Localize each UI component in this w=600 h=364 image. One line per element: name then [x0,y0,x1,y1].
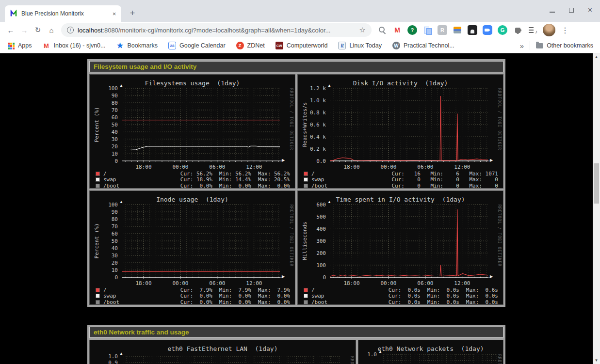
maximize-button[interactable] [569,8,574,13]
graph-plot-area [122,205,285,281]
reload-button[interactable]: ↻ [31,23,45,37]
bookmark-item[interactable]: MInbox (16) - sjvn0... [43,42,106,49]
legend-min: Min: 7.9% [212,287,251,293]
y-tick-label: 10 [90,267,118,273]
y-tick-label: 10 [90,151,118,157]
y-axis-arrow-icon: ▲ [119,351,123,356]
url-text: localhost:8080/monitorix-cgi/monitorix.c… [78,27,356,34]
wordpress-icon: W [392,42,400,49]
minimize-button[interactable] [550,12,555,13]
window-close-button[interactable]: × [588,7,592,14]
back-button[interactable]: ← [4,23,17,37]
dark-app-extension-icon[interactable] [468,25,477,35]
playlist-extension-icon[interactable]: ♪ [528,25,537,35]
bookmarks-bar-items: AppsMInbox (16) - sjvn0...★Bookmarks28Go… [7,42,454,49]
folder-icon [536,43,543,48]
legend-swatch [304,300,308,304]
home-button[interactable]: ⌂ [45,23,58,37]
y-tick-label: 0.2 k [298,146,326,152]
address-bar[interactable]: i localhost:8080/monitorix-cgi/monitorix… [61,23,372,37]
bookmark-item[interactable]: ★Bookmarks [116,42,158,49]
profile-avatar[interactable] [543,24,555,36]
bookmark-label: Apps [18,42,32,49]
legend-swatch [304,172,308,176]
gmail-extension-icon[interactable]: M [392,25,402,35]
legend-row: /Cur: 56.2%Min: 56.2%Max: 56.2% [96,171,290,177]
series-line [122,146,280,150]
legend-min: Min: 14.4% [212,176,251,183]
bookmark-item[interactable]: ltLinux Today [338,42,382,49]
rrdtool-watermark: RRDTOOL / TOBI OETIKER [350,356,354,364]
y-tick-label: 60 [90,114,118,121]
graph-row-1: Filesystems usage (1day)Percent (%)10090… [89,74,503,189]
y-tick-label: 0 [90,158,118,164]
eth0-packets-graph[interactable]: eth0 Network packets (1day)s/s1.0▲▶RRDTO… [358,340,503,364]
books-extension-icon[interactable] [454,27,461,33]
bookmarks-bar: AppsMInbox (16) - sjvn0...★Bookmarks28Go… [0,38,600,53]
tab-close-icon[interactable]: × [110,10,118,18]
legend-name: swap [103,293,174,299]
y-tick-label: 90 [90,209,118,215]
zoom-extension-icon[interactable] [483,25,492,35]
x-axis-arrow-icon: ▶ [490,274,493,279]
legend-cur: Cur: 0.0s [382,293,421,299]
browser-menu-icon[interactable]: ⋮ [561,26,569,35]
y-tick-label: 20 [90,260,118,266]
disk-io-activity-graph[interactable]: Disk I/O activity (1day)Reads+Writes/s1.… [297,74,503,189]
legend-max: Max: 0.0% [251,183,290,189]
bookmarks-overflow-icon[interactable]: » [520,42,524,50]
bookmark-item[interactable]: WPractical Technol... [392,42,454,49]
forward-button[interactable]: → [17,23,31,37]
scroll-up-icon[interactable]: ▲ [593,53,600,61]
hangouts-extension-icon[interactable]: ? [407,25,417,35]
graph-plot-area [122,88,285,165]
bookmark-item[interactable]: ZZDNet [236,42,265,49]
filesystems-usage-graph[interactable]: Filesystems usage (1day)Percent (%)10090… [89,74,295,189]
filesystem-section: Filesystem usage and I/O activity Filesy… [87,59,505,307]
copy-pages-extension-icon[interactable] [422,25,432,35]
legend-min: Min: 0.0% [212,299,251,305]
legend-min: Min: 0.0% [212,293,251,299]
legend-row: /Cur: 0.0sMin: 0.0sMax: 0.6s [304,287,498,293]
y-axis-arrow-icon: ▲ [327,83,331,88]
legend-name: / [103,287,174,293]
y-tick-label: 50 [90,122,118,128]
y-axis-arrow-icon: ▲ [378,349,382,354]
music-note-glyph: ♪ [535,29,537,34]
bookmark-label: Computerworld [287,42,328,49]
legend-cur: Cur: 0.0s [382,287,421,293]
zdnet-icon: Z [236,42,244,49]
y-tick-label: 0 [90,274,118,281]
scroll-down-icon[interactable]: ▼ [593,357,600,364]
bookmark-item[interactable]: 28Google Calendar [168,42,226,49]
legend-min: Min: 6 [421,171,459,177]
scrollbar-thumb[interactable] [594,163,599,204]
r-extension-icon[interactable]: R [438,25,447,35]
bookmark-item[interactable]: CWComputerworld [276,42,328,49]
legend-swatch [96,288,100,292]
bookmark-star-icon[interactable]: ☆ [359,26,366,34]
bookmark-item[interactable]: Apps [7,42,32,49]
eth0-traffic-graph[interactable]: eth0 FastEthernet LAN (1day)1.00.9▲▶RRDT… [89,340,356,364]
legend-swatch [304,294,308,298]
legend-name: / [103,171,174,177]
inode-usage-graph[interactable]: Inode usage (1day)Percent (%)10090807060… [89,190,295,305]
new-tab-button[interactable]: + [126,7,139,19]
legend-row: swapCur: 0.0%Min: 0.0%Max: 0.0% [96,293,290,300]
browser-tab[interactable]: Blue Precision Monitorix × [5,5,121,22]
legend-cur: Cur: 16 [382,171,421,177]
grammarly-extension-icon[interactable]: G [498,25,507,35]
x-axis-arrow-icon: ▶ [282,158,285,162]
y-tick-label: 1.0 [358,351,377,358]
window-title-bar: Blue Precision Monitorix × + × [0,0,600,22]
page-info-icon[interactable]: i [67,27,74,33]
y-tick-label: 1.2 k [298,85,326,92]
browser-toolbar: ← → ↻ ⌂ i localhost:8080/monitorix-cgi/m… [0,22,600,38]
other-bookmarks-button[interactable]: Other bookmarks [536,42,593,49]
scrollbar[interactable]: ▲ ▼ [593,53,600,364]
search-extension-icon[interactable] [377,25,387,35]
time-spent-io-graph[interactable]: Time spent in I/O activity (1day)Millise… [297,190,503,305]
network-section: eth0 Network traffic and usage eth0 Fast… [87,325,505,364]
extensions-puzzle-icon[interactable] [515,28,520,33]
legend-max: Max: 0.0% [251,293,290,299]
